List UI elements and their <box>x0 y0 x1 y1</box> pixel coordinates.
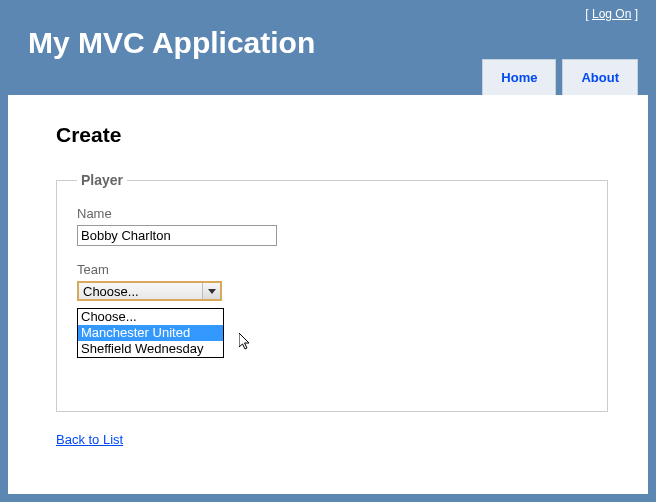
nav-about[interactable]: About <box>562 59 638 95</box>
page-heading: Create <box>56 123 608 147</box>
mouse-cursor-icon <box>239 333 253 355</box>
logon-link[interactable]: Log On <box>592 7 631 21</box>
team-option-0[interactable]: Choose... <box>78 309 223 325</box>
main-content: Create Player Name Team Choose... Choose… <box>8 95 648 494</box>
back-to-list-link[interactable]: Back to List <box>56 432 123 447</box>
team-option-1[interactable]: Manchester United <box>78 325 223 341</box>
team-select[interactable]: Choose... <box>77 281 222 301</box>
name-label: Name <box>77 206 587 221</box>
logon-bar: [ Log On ] <box>585 7 638 21</box>
chevron-down-icon <box>202 283 220 299</box>
team-option-2[interactable]: Sheffield Wednesday <box>78 341 223 357</box>
logon-bracket-open: [ <box>585 7 592 21</box>
fieldset-legend: Player <box>77 172 127 188</box>
nav-home[interactable]: Home <box>482 59 556 95</box>
app-title: My MVC Application <box>28 26 315 60</box>
player-fieldset: Player Name Team Choose... Choose... Man… <box>56 172 608 412</box>
team-label: Team <box>77 262 587 277</box>
team-selected-value: Choose... <box>83 284 139 299</box>
logon-bracket-close: ] <box>631 7 638 21</box>
team-dropdown[interactable]: Choose... Manchester United Sheffield We… <box>77 308 224 358</box>
name-input[interactable] <box>77 225 277 246</box>
nav-bar: Home About <box>482 59 638 95</box>
